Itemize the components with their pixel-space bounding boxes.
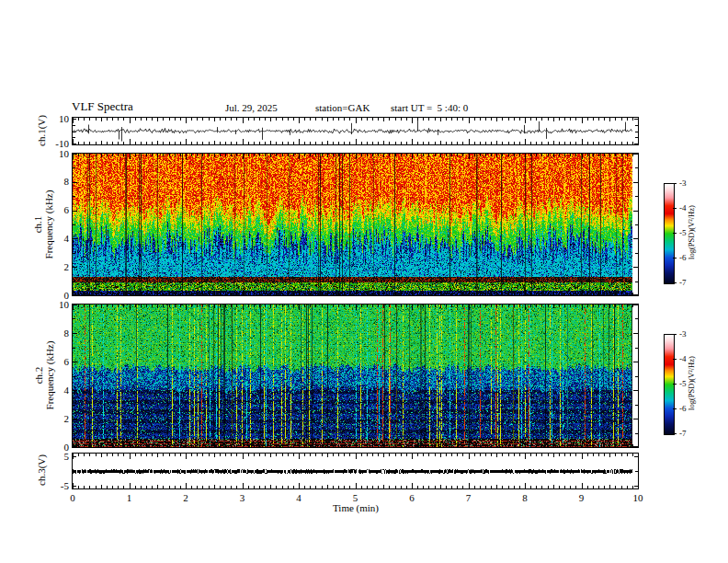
ch1-spec-ytick-label: 10 [45,149,69,159]
colorbar-tick [673,384,677,385]
colorbar-tick [673,334,677,335]
colorbar-tick-label: -7 [679,429,687,438]
x-axis-tick-label: 8 [522,493,528,503]
ch1-waveform-panel [72,117,639,145]
ch2-spec-ylabel-line2: Frequency (kHz) [44,304,55,448]
ch1-wave-ytick-label: -10 [45,139,69,149]
colorbar-tick-label: -4 [679,354,687,363]
ch1-spec-ytick-label: 4 [45,234,69,244]
colorbar-tick-label: -3 [679,329,687,339]
x-axis-tick-label: 6 [409,493,415,503]
colorbar-tick-label: -3 [679,178,687,188]
x-axis-tick-label: 3 [240,493,245,503]
colorbar1-gradient [664,183,675,284]
ch3-waveform-panel [72,453,639,489]
colorbar-tick [673,183,677,184]
colorbar-tick [673,282,677,283]
ch2-spec-ytick-label: 8 [45,328,69,339]
ch1-spec-ylabel-line2: Frequency (kHz) [43,153,54,296]
colorbar-tick-label: -5 [679,379,687,388]
colorbar-tick-label: -5 [679,228,687,237]
colorbar-tick-label: -7 [679,278,687,287]
colorbar-tick-label: -4 [679,203,687,213]
ch2-spec-ytick-label: 2 [45,414,69,424]
header-date: Jul. 29, 2025 [225,102,278,113]
ch1-spec-ytick-label: 2 [45,262,69,272]
ch1-spectrogram-panel [72,153,639,296]
ch1-spec-ylabel: ch.1 Frequency (kHz) [32,153,54,296]
ch2-spec-ytick-label: 4 [45,385,69,396]
figure-title: VLF Spectra [72,100,133,113]
time-axis-label: Time (min) [333,503,379,513]
ch2-spec-ytick-label: 10 [45,300,69,310]
colorbar2-unit-label: log(PSD)(V²/Hz) [687,333,697,434]
x-axis-tick-label: 5 [353,493,358,503]
x-axis-tick-label: 2 [183,493,188,503]
ch1-wave-ytick-label: 10 [45,114,69,124]
ch2-spectrogram-panel [72,304,639,448]
colorbar-tick [673,258,677,259]
colorbar1-unit-label: log(PSD)(V²/Hz) [687,182,697,283]
colorbar-tick [673,359,677,360]
x-axis-tick-label: 10 [633,493,643,503]
header-start-ut: start UT = 5 :40: 0 [391,102,468,113]
ch1-spectrogram-canvas [73,154,638,295]
ch3-waveform-canvas [73,454,638,488]
ch2-spectrogram-canvas [73,304,638,447]
colorbar-tick [673,233,677,234]
ch3-wave-ytick-label: 5 [45,452,69,462]
colorbar2-gradient [664,334,675,435]
colorbar-tick-label: -6 [679,404,687,413]
colorbar-tick-label: -6 [679,253,687,262]
ch3-wave-ytick-label: -5 [45,481,69,491]
ch1-spec-ylabel-line1: ch.1 [32,153,43,296]
ch1-spec-ytick-label: 6 [45,205,69,215]
ch1-waveform-canvas [73,118,638,144]
ch2-spec-ylabel: ch.2 Frequency (kHz) [33,304,55,448]
header-station: station=GAK [315,102,370,113]
ch2-spec-ytick-label: 6 [45,357,69,367]
x-axis-tick-label: 7 [466,493,472,503]
colorbar-tick [673,208,677,209]
ch2-spec-ylabel-line1: ch.2 [33,304,44,448]
vlf-spectra-figure: VLF Spectra Jul. 29, 2025 station=GAK st… [0,0,728,563]
x-axis-tick-label: 0 [70,493,75,503]
x-axis-tick-label: 4 [296,493,301,503]
ch1-spec-ytick-label: 8 [45,177,69,187]
x-axis-tick-label: 9 [579,493,585,503]
colorbar-tick [673,408,677,409]
colorbar-tick [673,433,677,434]
x-axis-tick-label: 1 [127,493,132,503]
